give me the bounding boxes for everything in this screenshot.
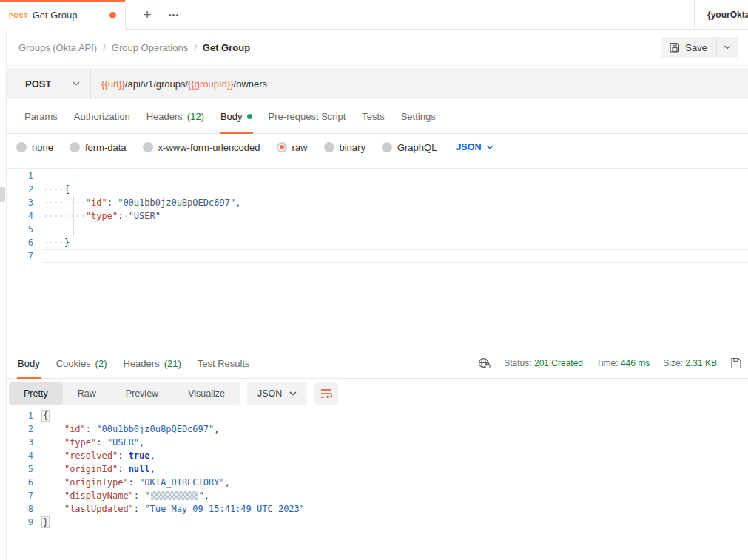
indent-guide [53,422,53,516]
chevron-down-icon [486,145,493,149]
response-meta: Status: 201 Created Time: 446 ms Size: 2… [478,348,748,379]
new-tab-button[interactable]: + [138,5,157,24]
body-type-form-data[interactable]: form-data [70,142,127,153]
globe-lock-icon [478,357,491,369]
save-response-button[interactable] [730,357,742,369]
response-body-viewer[interactable]: 1{2 "id": "00u1bb0jz0u8pQEDc697",3 "type… [7,408,748,529]
wrap-text-icon [320,388,332,399]
radio-icon [70,142,80,152]
indent-guide [73,196,74,236]
more-icon: ••• [169,10,180,19]
time-value: 446 ms [621,358,650,368]
cookies-count: (2) [95,358,107,369]
indent-guide [47,183,47,249]
response-language-dropdown[interactable]: JSON [247,382,307,405]
breadcrumb-collection[interactable]: Groups (Okta API) [18,42,97,53]
response-tab-body[interactable]: Body [10,348,48,378]
response-headers-count: (21) [164,358,181,369]
environment-selector[interactable]: {yourOkta [694,0,748,30]
line-number: 4 [7,449,43,462]
request-tab-bar: POST Get Group + ••• {yourOkta [0,0,748,30]
response-toolbar: Pretty Raw Preview Visualize JSON [7,382,748,405]
response-tab-headers[interactable]: Headers(21) [115,348,189,378]
time-badge: Time: 446 ms [596,358,650,368]
line-number: 7 [7,249,43,263]
view-raw[interactable]: Raw [63,382,111,405]
breadcrumb-folder[interactable]: Group Operations [112,42,188,53]
breadcrumb: Groups (Okta API) / Group Operations / G… [18,42,661,53]
active-tab-accent [0,0,125,2]
save-button[interactable]: Save [661,37,716,58]
line-number: 1 [7,409,43,422]
view-pretty[interactable]: Pretty [9,382,63,405]
breadcrumb-row: Groups (Okta API) / Group Operations / G… [7,30,748,66]
headers-count: (12) [187,111,204,122]
line-number: 7 [7,489,43,502]
network-info-button[interactable] [478,357,491,369]
save-icon [670,42,680,53]
size-value: 2.31 KB [685,358,717,368]
tab-method-badge: POST [9,12,28,19]
body-type-binary[interactable]: binary [324,142,365,153]
tab-authorization[interactable]: Authorization [66,99,138,133]
body-type-urlencoded[interactable]: x-www-form-urlencoded [143,142,260,153]
tab-body[interactable]: Body [212,99,260,133]
status-value: 201 Created [534,358,583,368]
postman-window: POST Get Group + ••• {yourOkta Groups (O… [0,0,748,560]
tab-pre-request-script[interactable]: Pre-request Script [260,99,354,133]
breadcrumb-request-name[interactable]: Get Group [203,42,250,53]
response-view-switch: Pretty Raw Preview Visualize [9,382,240,405]
response-tab-cookies[interactable]: Cookies(2) [48,348,115,378]
line-number: 9 [7,516,43,529]
active-tab-underline [17,377,41,379]
line-number: 1 [7,169,43,183]
sidebar-resize-handle[interactable] [0,187,5,202]
request-body-editor[interactable]: 12····{3········"id":·"00u1bb0jz0u8pQEDc… [7,168,748,348]
open-request-tab[interactable]: POST Get Group [0,0,126,30]
url-input[interactable]: {{url}}/api/v1/groups/{{groupId}}/owners [91,78,267,90]
response-language-label: JSON [257,388,282,399]
request-tabs: Params Authorization Headers(12) Body Pr… [7,99,748,134]
radio-icon [143,142,153,152]
breadcrumb-separator: / [103,42,106,53]
unsaved-changes-dot-icon [109,12,116,18]
body-type-graphql[interactable]: GraphQL [382,142,437,153]
view-visualize[interactable]: Visualize [173,382,240,405]
tab-tests[interactable]: Tests [354,99,392,133]
tab-title: Get Group [33,10,109,21]
chevron-down-icon [289,391,297,396]
line-number: 8 [7,502,43,516]
chevron-down-icon [724,45,731,50]
collapsed-sidebar-strip [0,30,7,560]
editor-active-line [43,249,748,263]
body-type-row: none form-data x-www-form-urlencoded raw… [7,134,748,161]
environment-name: {yourOkta [707,10,748,20]
radio-icon [324,142,334,152]
line-number: 6 [7,476,43,489]
view-preview[interactable]: Preview [111,382,173,405]
breadcrumb-separator: / [194,42,197,53]
tab-settings[interactable]: Settings [393,99,444,133]
body-type-raw[interactable]: raw [277,142,308,153]
line-number: 6 [7,236,43,249]
tab-options-button[interactable]: ••• [164,5,183,24]
save-options-button[interactable] [716,38,738,56]
plus-icon: + [143,7,151,23]
tab-params[interactable]: Params [16,99,66,133]
method-dropdown[interactable]: POST [7,78,90,90]
line-number: 3 [7,436,43,449]
response-tab-test-results[interactable]: Test Results [189,348,258,378]
body-present-dot-icon [247,114,252,119]
request-language-dropdown[interactable]: JSON [456,142,493,152]
save-button-label: Save [685,42,707,53]
size-badge: Size: 2.31 KB [663,358,717,368]
save-button-group: Save [661,37,738,58]
radio-selected-icon [277,142,287,152]
line-number: 5 [7,462,43,476]
tab-headers[interactable]: Headers(12) [138,99,212,133]
line-number: 4 [7,209,43,223]
redacted-value [151,491,198,500]
status-badge: Status: 201 Created [504,358,583,368]
body-type-none[interactable]: none [16,142,53,153]
wrap-lines-button[interactable] [314,382,338,405]
